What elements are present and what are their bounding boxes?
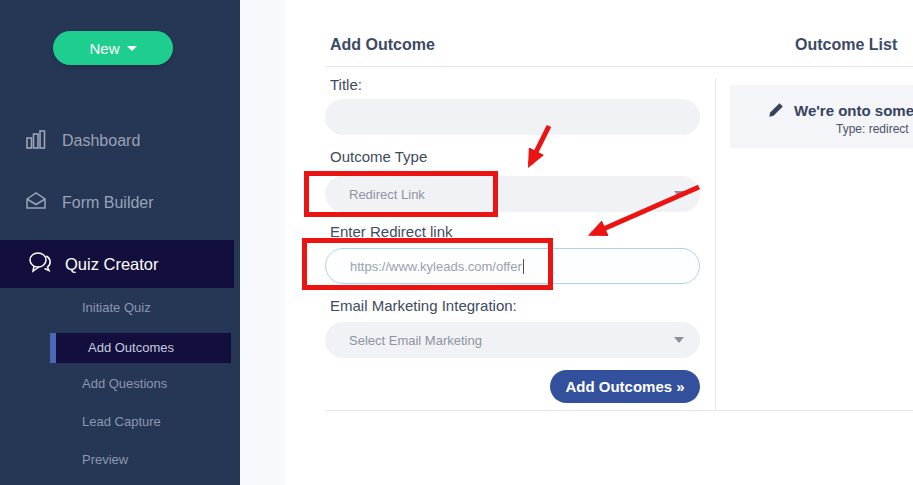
email-integration-selected-value: Select Email Marketing: [325, 333, 482, 348]
redirect-link-value: https://www.kyleads.com/offer: [326, 259, 522, 274]
page-title-add-outcome: Add Outcome: [330, 36, 435, 54]
content-gap-strip: [240, 0, 285, 485]
title-label: Title:: [330, 76, 362, 93]
outcome-list-item[interactable]: We're onto something Type: redirect: [730, 85, 913, 148]
panel-divider: [715, 78, 716, 410]
subitem-label: Initiate Quiz: [82, 300, 151, 315]
subitem-label: Add Outcomes: [88, 333, 174, 363]
redirect-link-label: Enter Redirect link: [330, 223, 453, 240]
sidebar-subitem-add-outcomes[interactable]: Add Outcomes: [50, 333, 231, 363]
sidebar: New Dashboard Form Builder: [0, 0, 240, 485]
outcome-type-label: Outcome Type: [330, 148, 427, 165]
sidebar-subitem-lead-capture[interactable]: Lead Capture: [0, 414, 240, 436]
sidebar-item-form-builder[interactable]: Form Builder: [0, 192, 240, 214]
envelope-icon: [26, 192, 46, 214]
sidebar-item-quiz-creator[interactable]: Quiz Creator: [0, 240, 234, 288]
chevron-down-icon: [674, 191, 684, 197]
sidebar-subitem-preview[interactable]: Preview: [0, 452, 240, 474]
sidebar-subitem-add-questions[interactable]: Add Questions: [0, 376, 240, 398]
new-button-label: New: [89, 40, 119, 57]
outcome-type-select[interactable]: Redirect Link: [325, 176, 700, 212]
sidebar-subitem-initiate-quiz[interactable]: Initiate Quiz: [0, 300, 240, 322]
redirect-link-input[interactable]: https://www.kyleads.com/offer: [325, 248, 700, 284]
chat-bubbles-icon: [28, 251, 52, 277]
outcome-item-text: We're onto something Type: redirect: [794, 102, 913, 136]
sidebar-item-dashboard[interactable]: Dashboard: [0, 130, 240, 152]
outcome-item-title: We're onto something: [794, 102, 913, 119]
outcome-item-type: Type: redirect: [794, 122, 913, 136]
email-integration-select[interactable]: Select Email Marketing: [325, 322, 700, 358]
sidebar-item-label: Quiz Creator: [65, 255, 159, 274]
text-cursor: [523, 259, 524, 274]
subitem-label: Add Questions: [82, 376, 167, 391]
title-input[interactable]: [325, 99, 700, 135]
email-integration-label: Email Marketing Integration:: [330, 297, 517, 314]
footer-divider: [325, 410, 913, 411]
sidebar-item-label: Dashboard: [62, 132, 140, 150]
new-button[interactable]: New: [53, 31, 173, 65]
caret-down-icon: [127, 46, 137, 51]
add-outcomes-button[interactable]: Add Outcomes »: [550, 370, 700, 403]
subitem-label: Preview: [82, 452, 128, 467]
sidebar-item-label: Form Builder: [62, 194, 154, 212]
pencil-icon[interactable]: [768, 102, 784, 122]
subitem-label: Lead Capture: [82, 414, 161, 429]
outcome-type-selected-value: Redirect Link: [325, 187, 425, 202]
chevron-down-icon: [674, 337, 684, 343]
bar-chart-icon: [26, 130, 46, 153]
page-title-outcome-list: Outcome List: [795, 36, 897, 54]
header-divider: [325, 66, 913, 67]
